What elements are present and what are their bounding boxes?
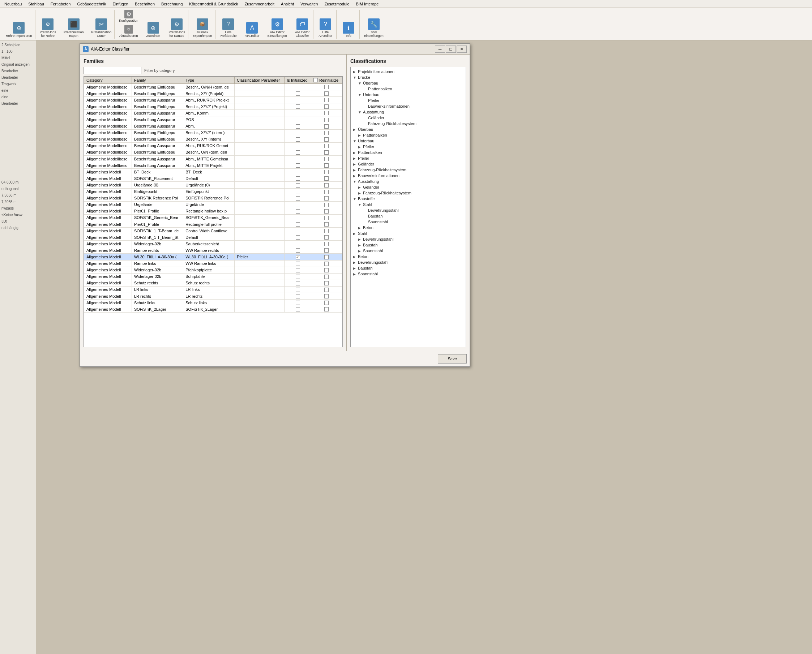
- initialized-cb[interactable]: [296, 170, 300, 174]
- table-row[interactable]: Allgemeines ModellWiderlager-02bSauberke…: [84, 241, 342, 247]
- reinitialize-cb[interactable]: [324, 111, 329, 115]
- reinitialize-cb[interactable]: [324, 137, 329, 142]
- initialized-cb[interactable]: [296, 164, 300, 168]
- reinitialize-cb[interactable]: [324, 176, 329, 181]
- tree-expand-icon[interactable]: ▼: [358, 110, 363, 114]
- initialized-checkbox[interactable]: [285, 123, 311, 129]
- reinitialize-checkbox[interactable]: [311, 267, 342, 273]
- table-row[interactable]: Allgemeines ModellSOFiSTiK_PlacementDefa…: [84, 175, 342, 182]
- initialized-cb[interactable]: [296, 150, 300, 155]
- tree-expand-icon[interactable]: ▶: [353, 168, 358, 172]
- initialized-cb[interactable]: [296, 287, 300, 292]
- ribbon-btn-aia-editor-classifier[interactable]: 🏷 AIA.EditorClassifier: [294, 18, 311, 39]
- menu-ansicht[interactable]: Ansicht: [278, 1, 297, 7]
- initialized-checkbox[interactable]: [285, 306, 311, 313]
- tree-node[interactable]: ▼Unterbau: [352, 92, 464, 98]
- tree-node[interactable]: ▶Spannstahl: [352, 271, 464, 277]
- reinitialize-checkbox[interactable]: [311, 142, 342, 149]
- tree-node[interactable]: Fahrzeug-Rückhaltesystem: [352, 121, 464, 127]
- ribbon-btn-prefabjobs-rohre[interactable]: ⚙ PrefabJobsfür Rohre: [38, 18, 58, 39]
- reinitialize-cb[interactable]: [324, 261, 329, 266]
- initialized-checkbox[interactable]: [285, 129, 311, 136]
- reinitialize-cb[interactable]: [324, 170, 329, 174]
- initialized-cb[interactable]: [296, 248, 300, 252]
- tree-node[interactable]: ▼Unterbau: [352, 138, 464, 144]
- initialized-checkbox[interactable]: [285, 90, 311, 97]
- menu-korpermodell[interactable]: Körpermodell & Grundstück: [186, 1, 241, 7]
- ribbon-btn-zuordnen[interactable]: ⊕ Zuordnen: [145, 21, 162, 39]
- menu-einfugen[interactable]: Einfügen: [110, 1, 131, 7]
- initialized-checkbox[interactable]: [285, 234, 311, 241]
- reinitialize-cb[interactable]: [324, 183, 329, 188]
- table-row[interactable]: Allgemeine ModellbescBeschriftung Einfüg…: [84, 103, 342, 110]
- classifications-tree[interactable]: ▶Projektinformationen▼Brücke▼Überbau Pla…: [350, 67, 466, 347]
- ribbon-btn-aktualisieren[interactable]: ↻ Aktualisieren: [118, 24, 139, 39]
- tree-node[interactable]: ▼Stahl: [352, 202, 464, 208]
- tree-node[interactable]: ▶Geländer: [352, 161, 464, 167]
- initialized-cb[interactable]: [296, 144, 300, 148]
- tree-node[interactable]: Plattenbalken: [352, 86, 464, 92]
- reinitialize-cb[interactable]: [324, 222, 329, 226]
- initialized-cb[interactable]: [296, 261, 300, 266]
- reinitialize-cb[interactable]: [324, 190, 329, 194]
- initialized-checkbox[interactable]: [285, 208, 311, 214]
- dialog-minimize-button[interactable]: ─: [435, 46, 445, 53]
- reinitialize-cb[interactable]: [324, 242, 329, 246]
- menu-stahlbau[interactable]: Stahlbau: [25, 1, 47, 7]
- tree-expand-icon[interactable]: ▼: [358, 81, 363, 85]
- table-row[interactable]: Allgemeines ModellSchutz rechtsSchutz re…: [84, 280, 342, 286]
- initialized-cb[interactable]: [296, 137, 300, 142]
- tree-expand-icon[interactable]: ▶: [353, 128, 358, 131]
- reinitialize-checkbox[interactable]: [311, 280, 342, 286]
- reinitialize-checkbox[interactable]: [311, 90, 342, 97]
- tree-expand-icon[interactable]: ▼: [358, 203, 363, 207]
- reinitialize-checkbox[interactable]: [311, 299, 342, 306]
- tree-expand-icon[interactable]: ▼: [353, 180, 358, 183]
- col-header-is-initialized[interactable]: Is Initialized: [285, 77, 311, 84]
- table-row[interactable]: Allgemeines ModellEinfügepunktEinfügepun…: [84, 188, 342, 195]
- tree-node[interactable]: ▶Überbau: [352, 127, 464, 132]
- reinitialize-checkbox[interactable]: [311, 123, 342, 129]
- tree-node[interactable]: Geländer: [352, 115, 464, 121]
- reinitialize-checkbox[interactable]: [311, 228, 342, 234]
- menu-zusammenarbeit[interactable]: Zusammenarbeit: [242, 1, 277, 7]
- reinitialize-cb[interactable]: [324, 294, 329, 298]
- reinitialize-checkbox[interactable]: [311, 110, 342, 116]
- tree-node[interactable]: Baustahl: [352, 213, 464, 219]
- reinitialize-cb[interactable]: [324, 281, 329, 286]
- reinitialize-cb[interactable]: [324, 275, 329, 279]
- reinitialize-checkbox[interactable]: [311, 214, 342, 221]
- initialized-cb[interactable]: [296, 183, 300, 188]
- initialized-checkbox[interactable]: [285, 273, 311, 280]
- initialized-cb[interactable]: [296, 229, 300, 233]
- initialized-cb[interactable]: [296, 216, 300, 220]
- initialized-cb[interactable]: [296, 301, 300, 305]
- reinitialize-cb[interactable]: [324, 104, 329, 109]
- table-row[interactable]: Allgemeines ModellSOFiSTiK_1_T-Beam_dcCo…: [84, 228, 342, 234]
- ribbon-btn-aia-editor-einstellungen[interactable]: ⚙ AIA.EditorEinstellungen: [266, 18, 288, 39]
- table-row[interactable]: Allgemeines ModellUrgeländeUrgelände: [84, 201, 342, 208]
- initialized-cb[interactable]: [296, 281, 300, 286]
- reinitialize-checkbox[interactable]: [311, 247, 342, 254]
- initialized-cb[interactable]: [296, 131, 300, 135]
- table-row[interactable]: Allgemeines ModellWiderlager-02bBohrpfäh…: [84, 273, 342, 280]
- reinitialize-cb[interactable]: [324, 268, 329, 272]
- ribbon-btn-prefabrication-cutter[interactable]: ✂ PrefabricationCutter: [90, 18, 113, 39]
- initialized-cb[interactable]: [296, 190, 300, 194]
- reinitialize-cb[interactable]: [324, 131, 329, 135]
- reinitialize-cb[interactable]: [324, 307, 329, 312]
- initialized-cb[interactable]: [296, 268, 300, 272]
- menu-neuerbau[interactable]: Neuerbau: [2, 1, 25, 7]
- col-header-classification-param[interactable]: Classification Parameter: [234, 77, 284, 84]
- initialized-cb[interactable]: [296, 255, 300, 260]
- tree-expand-icon[interactable]: ▶: [353, 255, 358, 259]
- table-row[interactable]: Allgemeine ModellbescBeschriftung Einfüg…: [84, 149, 342, 155]
- col-header-reinitialize[interactable]: Reinitialize: [311, 77, 342, 84]
- tree-expand-icon[interactable]: ▼: [353, 139, 358, 143]
- tree-expand-icon[interactable]: ▶: [358, 243, 363, 247]
- reinitialize-cb[interactable]: [324, 118, 329, 122]
- table-row[interactable]: Allgemeines ModellLR linksLR links: [84, 286, 342, 293]
- reinitialize-checkbox[interactable]: [311, 136, 342, 142]
- reinitialize-cb[interactable]: [324, 203, 329, 207]
- initialized-checkbox[interactable]: [285, 103, 311, 110]
